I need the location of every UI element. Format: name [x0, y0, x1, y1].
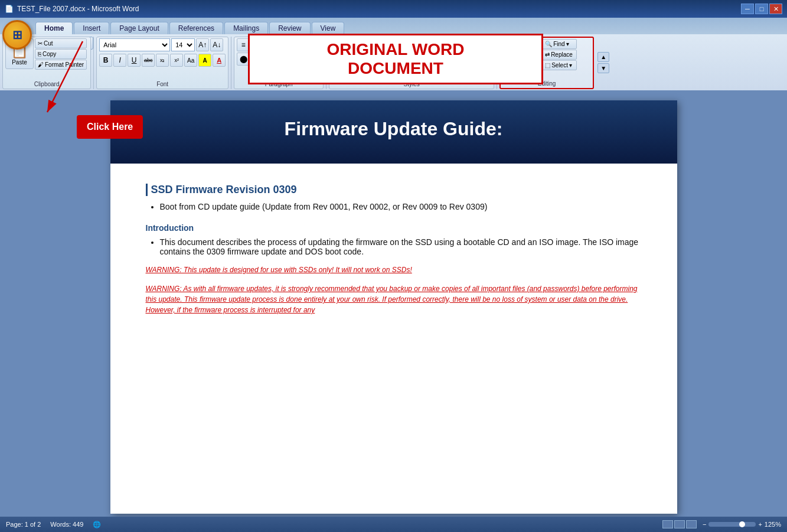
- styles-group: AaBbCc. Subtitle AaB Title AaBbCcI ¶ No …: [329, 37, 494, 89]
- cut-button[interactable]: ✂ Cut: [35, 38, 87, 48]
- title-bar-text: TEST_File 2007.docx - Microsoft Word: [17, 5, 139, 13]
- minimize-button[interactable]: ─: [741, 4, 754, 14]
- styles-scroll-down[interactable]: ▼: [462, 57, 467, 62]
- style-subtitle[interactable]: AaBbCc. Subtitle: [332, 38, 373, 71]
- style-title-preview: AaB: [386, 45, 404, 56]
- doc-left-margin: [93, 100, 110, 505]
- align-left-button[interactable]: ⬤: [237, 53, 250, 66]
- copy-icon: ⎘: [38, 51, 41, 57]
- style-subtitle-preview: AaBbCc.: [339, 47, 365, 54]
- separator-3: [326, 37, 326, 89]
- show-formatting-button[interactable]: ¶: [308, 38, 321, 51]
- doc-right-margin: [677, 100, 695, 505]
- font-family-select[interactable]: Arial: [99, 38, 170, 51]
- style-subtitle-label: Subtitle: [344, 57, 361, 63]
- zoom-in-icon[interactable]: +: [758, 521, 762, 528]
- editing-group: Aa ChangeStyles ▾ 🔍 Find ▾ ⇄ Replace: [499, 37, 594, 89]
- style-title-label: Title: [390, 58, 400, 64]
- separator-4: [497, 37, 497, 89]
- style-samples: AaBbCc. Subtitle AaB Title AaBbCcI ¶ No …: [332, 38, 458, 80]
- zoom-out-icon[interactable]: −: [703, 521, 706, 528]
- underline-button[interactable]: U: [128, 54, 141, 67]
- document-page: Firmware Update Guide: SSD Firmware Revi…: [110, 100, 677, 514]
- view-web-button[interactable]: [686, 520, 697, 528]
- ribbon-tabs: Home Insert Page Layout References Maili…: [0, 18, 787, 34]
- font-size-increase-button[interactable]: A↑: [196, 38, 209, 51]
- sort-button[interactable]: ↕A: [293, 38, 306, 51]
- doc-intro-heading: Introduction: [146, 223, 642, 233]
- strikethrough-button[interactable]: abc: [142, 54, 155, 67]
- paragraph-group-label: Paragraph: [234, 81, 323, 87]
- format-painter-button[interactable]: 🖌 Format Painter: [35, 60, 87, 70]
- close-button[interactable]: ✕: [769, 4, 782, 14]
- clear-formatting-button[interactable]: Aa: [184, 54, 197, 67]
- view-fullscreen-button[interactable]: [674, 520, 685, 528]
- select-icon: ⬚: [545, 62, 550, 68]
- language-icon: 🌐: [93, 521, 101, 528]
- decrease-indent-button[interactable]: ⇤: [265, 38, 278, 51]
- tab-insert[interactable]: Insert: [74, 22, 109, 34]
- style-title[interactable]: AaB Title: [374, 38, 416, 71]
- change-styles-button[interactable]: Aa ChangeStyles ▾: [503, 39, 538, 80]
- doc-content[interactable]: SSD Firmware Revision 0309 Boot from CD …: [110, 164, 677, 329]
- zoom-level: 125%: [765, 521, 781, 528]
- office-button[interactable]: ⊞: [2, 20, 32, 50]
- subscript-button[interactable]: x₂: [156, 54, 169, 67]
- format-painter-icon: 🖌: [38, 61, 44, 68]
- font-size-decrease-button[interactable]: A↓: [210, 38, 223, 51]
- tab-view[interactable]: View: [312, 22, 345, 34]
- window-controls[interactable]: ─ □ ✕: [741, 4, 782, 14]
- find-button[interactable]: 🔍 Find ▾: [541, 39, 577, 49]
- copy-button[interactable]: ⎘ Copy: [35, 49, 87, 59]
- maximize-button[interactable]: □: [755, 4, 768, 14]
- tab-page-layout[interactable]: Page Layout: [110, 22, 168, 34]
- cut-icon: ✂: [38, 40, 43, 47]
- line-spacing-button[interactable]: ↕: [293, 53, 306, 66]
- doc-heading-ssd: SSD Firmware Revision 0309: [146, 184, 642, 196]
- click-here-text: Click Here: [87, 122, 133, 132]
- style-no-spacing[interactable]: AaBbCcI ¶ No Spaci...: [417, 38, 458, 71]
- tab-references[interactable]: References: [169, 22, 223, 34]
- paragraph-group: ≡ 1≡ ⇤ ⇥ ↕A ¶ ⬤ ≡ ≡ ≡ ↕ 🖋 Paragraph: [234, 37, 324, 89]
- zoom-control[interactable]: − + 125%: [703, 521, 781, 528]
- document-area[interactable]: Firmware Update Guide: SSD Firmware Revi…: [0, 89, 787, 517]
- fill-color-button[interactable]: 🖋: [308, 53, 321, 66]
- zoom-thumb: [739, 521, 745, 527]
- tab-review[interactable]: Review: [269, 22, 310, 34]
- separator-2: [231, 37, 231, 89]
- doc-header-banner: Firmware Update Guide:: [110, 100, 677, 164]
- tab-mailings[interactable]: Mailings: [224, 22, 268, 34]
- select-button[interactable]: ⬚ Select ▾: [541, 60, 577, 70]
- change-styles-label: ChangeStyles: [511, 58, 530, 70]
- ribbon-scroll-up[interactable]: ▲: [597, 52, 609, 62]
- numbering-button[interactable]: 1≡: [251, 38, 264, 51]
- font-color-button[interactable]: A: [213, 54, 226, 67]
- highlight-color-button[interactable]: A: [198, 54, 211, 67]
- increase-indent-button[interactable]: ⇥: [279, 38, 292, 51]
- title-bar: 📄 TEST_File 2007.docx - Microsoft Word ─…: [0, 0, 787, 18]
- replace-button[interactable]: ⇄ Replace: [541, 50, 577, 60]
- change-styles-chevron: ▾: [520, 70, 523, 77]
- font-size-select[interactable]: 14: [171, 38, 195, 51]
- styles-scroll-up[interactable]: ▲: [462, 40, 467, 45]
- doc-warning-2: WARNING: As with all firmware updates, i…: [146, 283, 642, 315]
- view-print-button[interactable]: [662, 520, 673, 528]
- ribbon-scroll-down[interactable]: ▼: [597, 63, 609, 73]
- justify-button[interactable]: ≡: [279, 53, 292, 66]
- align-right-button[interactable]: ≡: [265, 53, 278, 66]
- styles-scroll[interactable]: ▲ ▼ ▾: [459, 38, 470, 80]
- office-logo-icon: ⊞: [12, 28, 22, 42]
- doc-bullet-list-2: This document describes the process of u…: [160, 237, 642, 256]
- tab-home[interactable]: Home: [35, 22, 73, 34]
- paste-label: Paste: [12, 59, 27, 66]
- doc-banner-title: Firmware Update Guide:: [122, 118, 665, 140]
- title-bar-icon: 📄: [5, 5, 14, 13]
- align-center-button[interactable]: ≡: [251, 53, 264, 66]
- ribbon-content: 📋 Paste ✂ Cut ⎘ Copy 🖌 Format Painter: [0, 34, 787, 90]
- italic-button[interactable]: I: [113, 54, 126, 67]
- bold-button[interactable]: B: [99, 54, 112, 67]
- styles-scroll-more[interactable]: ▾: [463, 73, 466, 79]
- superscript-button[interactable]: x²: [170, 54, 183, 67]
- bullets-button[interactable]: ≡: [237, 38, 250, 51]
- zoom-slider[interactable]: [708, 522, 756, 527]
